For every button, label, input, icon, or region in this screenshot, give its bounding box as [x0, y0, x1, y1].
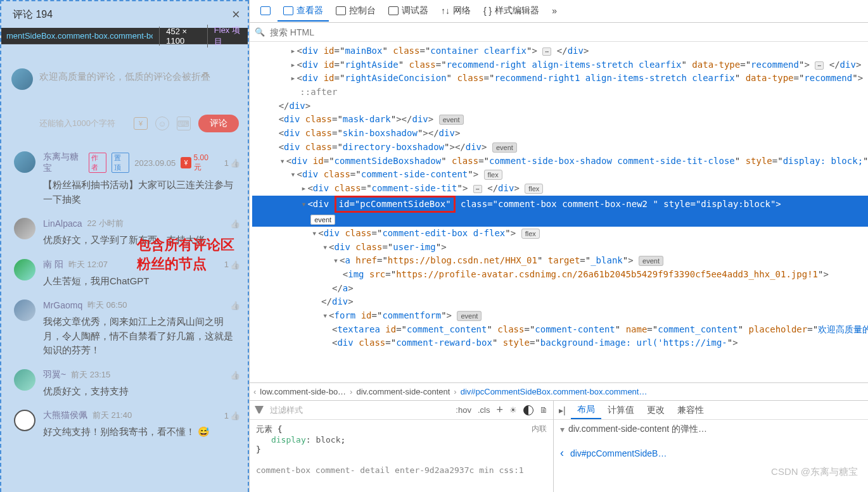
print-mode-icon[interactable]: 🗎: [540, 405, 548, 415]
tab-inspector[interactable]: 查看器: [278, 1, 329, 22]
dom-tree-line[interactable]: <div class="mask-dark"></div> event: [252, 113, 868, 127]
dom-tree-line[interactable]: </div>: [252, 295, 868, 309]
dom-tree-line[interactable]: <textarea id="comment_content" class="co…: [252, 323, 868, 337]
dark-mode-icon[interactable]: [523, 405, 533, 415]
selector-path: mentSideBox.comment-box.comment-box-new2: [6, 31, 153, 41]
commenter-avatar[interactable]: [14, 369, 35, 391]
dom-tree-line[interactable]: ▾<div class="user-img">: [252, 241, 868, 255]
cls-button[interactable]: .cls: [478, 405, 490, 415]
dom-tree[interactable]: ▸<div id="mainBox" class="container clea…: [250, 42, 868, 382]
dom-tree-line[interactable]: event: [252, 213, 868, 227]
styles-rules[interactable]: 元素 内联 { display: block; } comment-box co…: [250, 420, 553, 492]
dom-tree-line[interactable]: <div class="directory-boxshadow"></div> …: [252, 141, 868, 155]
commenter-name[interactable]: 羽翼~: [43, 369, 66, 381]
tab-compat[interactable]: 兼容性: [671, 402, 710, 419]
devtools-toolbar: 查看器 控制台 调试器 ↑↓ 网络 { } 样式编辑器 » !2 ⋯: [250, 0, 868, 23]
dom-tree-line[interactable]: ::after: [252, 85, 868, 99]
comment-time: 前天 21:40: [93, 410, 132, 421]
tab-network[interactable]: ↑↓ 网络: [435, 1, 476, 22]
commenter-name[interactable]: 东离与糖宝: [43, 151, 84, 174]
commenter-name[interactable]: LinAlpaca: [43, 218, 82, 229]
element-dimension-tooltip: mentSideBox.comment-box.comment-box-new2…: [1, 28, 248, 44]
layout-tab-bar: ▸| 布局 计算值 更改 兼容性: [554, 401, 868, 420]
inline-origin: 内联: [532, 424, 547, 434]
filter-icon[interactable]: [255, 406, 264, 415]
filter-styles-input[interactable]: 过滤样式: [270, 405, 449, 416]
like-button[interactable]: [230, 219, 239, 228]
page-left-overlay: 评论 194 × mentSideBox.comment-box.comment…: [0, 0, 249, 492]
comment-header: 东离与糖宝作者置顶2023.09.05¥5.00元1: [43, 151, 239, 174]
commenter-avatar[interactable]: [14, 300, 35, 321]
annotation-text: 包含所有评论区粉丝的节点: [137, 236, 248, 274]
reward-badge: ¥5.00元: [181, 153, 214, 173]
commenter-avatar[interactable]: [14, 151, 35, 173]
close-icon[interactable]: ×: [232, 6, 240, 23]
dom-tree-line[interactable]: <img src="https://profile-avatar.csdnimg…: [252, 268, 868, 282]
sticky-tag: 置顶: [112, 153, 129, 173]
comment-header: LinAlpaca22 小时前: [43, 218, 239, 229]
comment-textarea[interactable]: 欢迎高质量的评论，低质的评论会被折叠: [39, 68, 239, 115]
comment-item: 东离与糖宝作者置顶2023.09.05¥5.00元1【粉丝福利抽书活动】大家可以…: [1, 142, 248, 209]
comment-item: MrGaomq昨天 06:50我佬文章优秀，阅来如江上之清风山间之明月，令人陶醉…: [1, 291, 248, 360]
thumb-up-icon: [230, 158, 239, 167]
tab-layout[interactable]: 布局: [571, 401, 601, 419]
add-rule-button[interactable]: +: [496, 403, 503, 417]
code-icon[interactable]: ⌨: [177, 117, 191, 130]
stylesheet-source[interactable]: comment-box comment- detail enter-9d2aa2…: [256, 465, 547, 475]
commenter-avatar[interactable]: [14, 259, 35, 281]
search-html-input[interactable]: [270, 27, 868, 37]
commenter-name[interactable]: 南 阳: [43, 259, 63, 270]
dom-tree-line[interactable]: ▾<div class="comment-side-content"> flex: [252, 168, 868, 182]
dom-tree-line[interactable]: ▾<a href="https://blog.csdn.net/HHX_01" …: [252, 254, 868, 268]
thumb-up-icon: [230, 301, 239, 310]
like-button[interactable]: [230, 301, 239, 310]
layout-body: ▾ div.comment-side-content 的弹性… ‹ div#pc…: [554, 420, 868, 492]
dom-tree-line[interactable]: ▾<div id="pcCommentSideBox" class="comme…: [252, 196, 868, 213]
chevron-down-icon[interactable]: ▾: [560, 424, 565, 434]
commenter-avatar[interactable]: [14, 218, 35, 239]
dom-tree-line[interactable]: ▾<div id="commentSideBoxshadow" class="c…: [252, 155, 868, 168]
emoji-icon[interactable]: ☺: [155, 117, 169, 130]
author-tag: 作者: [89, 153, 106, 173]
dom-tree-line[interactable]: </a>: [252, 282, 868, 296]
dom-tree-line[interactable]: <div class="comment-reward-box" style="b…: [252, 336, 868, 350]
tab-computed[interactable]: 计算值: [601, 402, 641, 419]
comment-header: 大熊猫侯佩前天 21:401: [43, 410, 239, 421]
user-avatar[interactable]: [11, 68, 33, 90]
pick-element-button[interactable]: [255, 3, 276, 20]
like-button[interactable]: 1: [224, 158, 239, 168]
publish-button[interactable]: 评论: [198, 115, 239, 132]
breadcrumb-item[interactable]: div.comment-side-content: [356, 387, 450, 396]
like-button[interactable]: [230, 370, 239, 379]
thumb-up-icon: [230, 219, 239, 228]
tab-debugger[interactable]: 调试器: [383, 1, 434, 22]
tab-style-editor[interactable]: { } 样式编辑器: [478, 1, 545, 22]
hov-button[interactable]: :hov: [456, 405, 471, 415]
tab-console[interactable]: 控制台: [330, 1, 381, 22]
flex-item-link[interactable]: div#pcCommentSideB…: [570, 448, 667, 458]
dom-tree-line[interactable]: ▸<div id="mainBox" class="container clea…: [252, 44, 868, 58]
comment-time: 昨天 06:50: [87, 300, 127, 311]
dom-tree-line[interactable]: ▾<form id="commentform"> event: [252, 309, 868, 323]
chevron-left-icon[interactable]: ‹: [560, 446, 564, 460]
layout-sidebar-icon[interactable]: ▸|: [559, 405, 566, 415]
dom-tree-line[interactable]: ▸<div id="rightAside" class="recommend-r…: [252, 58, 868, 72]
breadcrumb-prev-icon[interactable]: ‹: [253, 387, 256, 396]
commenter-name[interactable]: 大熊猫侯佩: [43, 410, 87, 421]
devtools-panel: 查看器 控制台 调试器 ↑↓ 网络 { } 样式编辑器 » !2 ⋯ 🔍 + ✎…: [249, 0, 868, 492]
breadcrumb-item-active[interactable]: div#pcCommentSideBox.comment-box.comment…: [461, 387, 648, 396]
dom-tree-line[interactable]: ▸<div class="comment-side-tit"> ⋯ </div>…: [252, 182, 868, 196]
tab-changes[interactable]: 更改: [641, 402, 671, 419]
dom-tree-line[interactable]: ▾<div class="comment-edit-box d-flex"> f…: [252, 227, 868, 241]
reward-yen-icon[interactable]: ¥: [134, 117, 148, 130]
commenter-name[interactable]: MrGaomq: [43, 300, 82, 310]
comment-count-title: 评论 194: [13, 8, 232, 22]
tabs-overflow-icon[interactable]: »: [546, 2, 563, 21]
commenter-avatar[interactable]: [14, 410, 35, 431]
dom-tree-line[interactable]: </div>: [252, 99, 868, 113]
like-button[interactable]: 1: [224, 411, 239, 420]
dom-tree-line[interactable]: <div class="skin-boxshadow"></div>: [252, 127, 868, 141]
dom-tree-line[interactable]: ▸<div id="rightAsideConcision" class="re…: [252, 72, 868, 85]
light-mode-icon[interactable]: ☀: [509, 405, 517, 415]
breadcrumb-item[interactable]: low.comment-side-bo…: [260, 387, 346, 396]
